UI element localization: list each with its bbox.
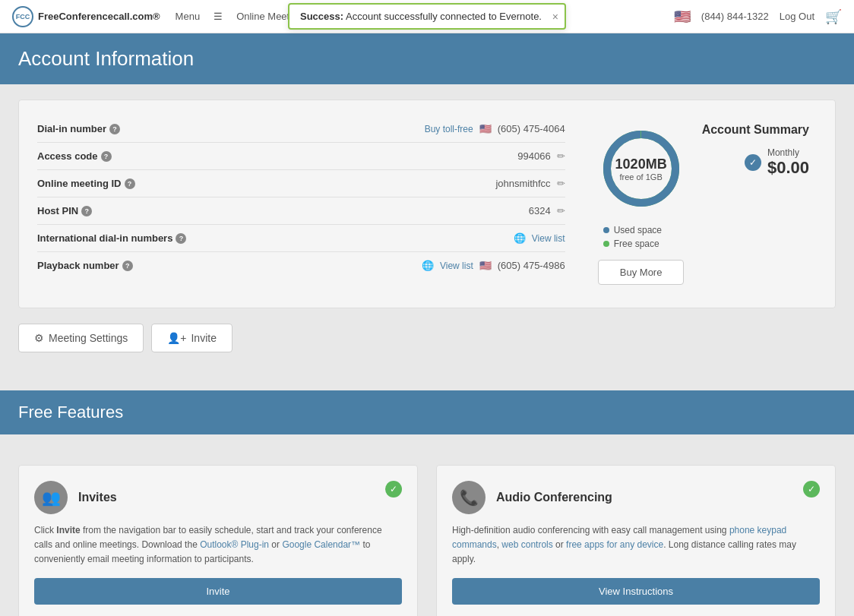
feature-cards: ✓ 👥 Invites Click Invite from the naviga… <box>18 465 836 616</box>
donut-center: 1020MB free of 1GB <box>615 156 667 182</box>
hostpin-label: Host PIN ? <box>37 205 189 216</box>
settings-label: Meeting Settings <box>49 332 128 344</box>
dialin-label: Dial-in number ? <box>37 123 189 134</box>
monthly-section: ✓ Monthly $0.00 <box>745 147 809 178</box>
logo[interactable]: FCC FreeConferencecall.com® <box>12 6 160 27</box>
buy-tollfree-link[interactable]: Buy toll-free <box>425 124 473 134</box>
audio-header: 📞 Audio Conferencing <box>452 481 820 514</box>
storage-legend: Used space Free space <box>603 225 662 249</box>
account-fields: Dial-in number ? Buy toll-free 🇺🇸 (605) … <box>37 115 565 292</box>
main-content: Dial-in number ? Buy toll-free 🇺🇸 (605) … <box>0 84 854 390</box>
free-features-body: ✓ 👥 Invites Click Invite from the naviga… <box>0 434 854 616</box>
navbar-hamburger[interactable]: ☰ <box>214 11 223 22</box>
page-header: Account Information <box>0 33 854 84</box>
navbar-logout[interactable]: Log Out <box>780 11 814 22</box>
navbar-flag: 🇺🇸 <box>674 8 691 25</box>
playback-globe-icon: 🌐 <box>422 260 434 271</box>
free-features-title: Free Features <box>18 403 836 422</box>
invite-label: Invite <box>191 332 216 344</box>
action-buttons: ⚙ Meeting Settings 👤+ Invite <box>18 324 836 352</box>
field-row-meetingid: Online meeting ID ? johnsmithfcc ✏ <box>37 170 565 197</box>
accesscode-edit-icon[interactable]: ✏ <box>557 150 565 162</box>
playback-flag: 🇺🇸 <box>479 260 492 271</box>
meetingid-edit-icon[interactable]: ✏ <box>557 178 565 189</box>
invites-title: Invites <box>78 491 117 504</box>
intl-help-icon[interactable]: ? <box>176 233 186 244</box>
audio-icon: 📞 <box>452 481 486 514</box>
invites-icon: 👥 <box>34 481 68 514</box>
playback-help-icon[interactable]: ? <box>122 261 133 271</box>
field-row-dialin: Dial-in number ? Buy toll-free 🇺🇸 (605) … <box>37 115 565 143</box>
hostpin-edit-icon[interactable]: ✏ <box>557 205 565 216</box>
playback-view-link[interactable]: View list <box>440 261 473 271</box>
meetingid-label: Online meeting ID ? <box>37 178 189 189</box>
monthly-price: Monthly $0.00 <box>767 147 809 178</box>
google-calendar-link[interactable]: Google Calendar™ <box>282 539 360 550</box>
field-row-intl: International dial-in numbers ? 🌐 View l… <box>37 225 565 252</box>
legend-used: Used space <box>603 225 662 235</box>
free-features-header: Free Features <box>0 390 854 434</box>
field-row-playback: Playback number ? 🌐 View list 🇺🇸 (605) 4… <box>37 252 565 279</box>
dialin-help-icon[interactable]: ? <box>109 124 120 134</box>
globe-icon: 🌐 <box>514 232 526 244</box>
summary-title: Account Summary <box>702 123 809 137</box>
storage-label-text: free of 1GB <box>615 172 667 182</box>
legend-used-label: Used space <box>614 225 662 235</box>
monthly-check-icon: ✓ <box>745 154 761 171</box>
playback-value: 🌐 View list 🇺🇸 (605) 475-4986 <box>422 260 565 271</box>
invite-icon: 👤+ <box>167 332 186 344</box>
invites-desc: Click Invite from the navigation bar to … <box>34 523 402 567</box>
success-banner: Success: Account successfully connected … <box>288 3 566 30</box>
free-apps-link[interactable]: free apps for any device <box>566 539 663 550</box>
legend-free: Free space <box>603 239 662 249</box>
gear-icon: ⚙ <box>34 332 44 344</box>
dialin-number: (605) 475-4064 <box>498 123 565 134</box>
feature-card-invites: ✓ 👥 Invites Click Invite from the naviga… <box>18 465 418 616</box>
audio-desc: High-definition audio conferencing with … <box>452 523 820 567</box>
page-title: Account Information <box>18 47 836 71</box>
intl-value: 🌐 View list <box>514 232 565 244</box>
navbar-links: Menu ☰ Online Meeting <box>176 11 303 22</box>
buy-more-button[interactable]: Buy More <box>598 260 685 285</box>
playback-label: Playback number ? <box>37 260 189 271</box>
dialin-value: Buy toll-free 🇺🇸 (605) 475-4064 <box>425 123 565 134</box>
meetingid-value: johnsmithfcc ✏ <box>495 178 565 189</box>
outlook-link[interactable]: Outlook® Plug-in <box>200 539 269 550</box>
accesscode-value: 994066 ✏ <box>517 150 565 162</box>
storage-used-text: 1020MB <box>615 156 667 172</box>
success-message: Account successfully connected to Everno… <box>346 11 542 22</box>
invite-button[interactable]: 👤+ Invite <box>151 324 232 352</box>
cart-icon[interactable]: 🛒 <box>825 8 842 25</box>
account-summary: 1020MB free of 1GB Used space Free space <box>588 115 817 292</box>
view-instructions-button[interactable]: View Instructions <box>452 578 820 605</box>
hostpin-value: 6324 ✏ <box>529 205 565 216</box>
field-row-hostpin: Host PIN ? 6324 ✏ <box>37 197 565 225</box>
playback-number: (605) 475-4986 <box>498 260 565 271</box>
storage-donut: 1020MB free of 1GB <box>596 123 687 214</box>
dialin-flag: 🇺🇸 <box>479 123 492 134</box>
feature-card-audio: ✓ 📞 Audio Conferencing High-definition a… <box>436 465 836 616</box>
navbar-phone: (844) 844-1322 <box>701 11 769 22</box>
meeting-settings-button[interactable]: ⚙ Meeting Settings <box>18 324 144 352</box>
invites-check-icon: ✓ <box>385 481 402 498</box>
legend-used-dot <box>603 227 609 233</box>
monthly-amount: $0.00 <box>767 158 809 178</box>
free-features-section: Free Features ✓ 👥 Invites Click Invite f… <box>0 390 854 616</box>
navbar-menu[interactable]: Menu <box>176 11 201 22</box>
meetingid-text: johnsmithfcc <box>495 178 550 189</box>
web-controls-link[interactable]: web controls <box>501 539 552 550</box>
intl-label: International dial-in numbers ? <box>37 232 189 244</box>
success-close-button[interactable]: × <box>552 11 558 23</box>
hostpin-help-icon[interactable]: ? <box>81 206 92 216</box>
accesscode-help-icon[interactable]: ? <box>101 151 112 162</box>
accesscode-number: 994066 <box>517 150 550 162</box>
field-row-accesscode: Access code ? 994066 ✏ <box>37 143 565 170</box>
meetingid-help-icon[interactable]: ? <box>125 178 135 189</box>
intl-view-link[interactable]: View list <box>532 233 565 244</box>
navbar-right: 🇺🇸 (844) 844-1322 Log Out 🛒 <box>674 8 842 25</box>
hostpin-number: 6324 <box>529 205 551 216</box>
invites-button[interactable]: Invite <box>34 578 402 605</box>
success-label: Success: <box>300 11 343 22</box>
logo-circle: FCC <box>12 6 33 27</box>
invites-header: 👥 Invites <box>34 481 402 514</box>
